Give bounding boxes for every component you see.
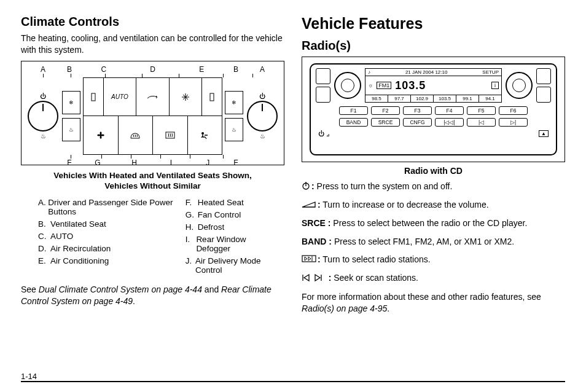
climate-center-stack: AUTO (83, 77, 222, 155)
driver-temp-knob[interactable] (28, 101, 58, 131)
prev-button[interactable]: |◁ (467, 118, 496, 127)
label-f-right: F (226, 159, 246, 167)
label-i: I (153, 159, 190, 167)
heated-seat-icon: ♨ (41, 133, 46, 139)
heated-seat-icon: ♨ (260, 133, 265, 139)
radio-date: 21 JAN 2004 12:10 (405, 69, 448, 75)
left-button-pair (316, 68, 330, 103)
band-indicator: FM1 (377, 82, 391, 89)
setup-label: SETUP (482, 69, 499, 75)
f6-button[interactable]: F6 (499, 106, 528, 115)
radios-heading: Radio(s) (302, 39, 565, 53)
seek-prev-icon (302, 273, 310, 285)
page-number: 1-14 (21, 372, 42, 381)
climate-diagram: A B C D E B A ⏻ (21, 61, 284, 165)
band-button[interactable]: BAND (339, 118, 368, 127)
svg-rect-7 (302, 256, 316, 262)
label-c: C (79, 65, 128, 74)
footer-rule (21, 381, 565, 382)
vehicle-features-heading: Vehicle Features (302, 15, 565, 33)
label-g: G (79, 159, 116, 167)
fan-button[interactable] (84, 116, 118, 154)
radio-diagram: ♪ 21 JAN 2004 12:10 SETUP ☼ FM1 103.5 i … (302, 57, 565, 162)
label-f-left: F (60, 159, 79, 167)
left-seat-col: ❄ ♨ (62, 77, 80, 155)
climate-top-labels: A B C D E B A (26, 65, 279, 74)
climate-legend: A.Driver and Passenger Side Power Button… (21, 198, 284, 278)
power-icon: ⏻ (40, 93, 46, 100)
climate-intro: The heating, cooling, and ventilation ca… (21, 33, 284, 56)
f4-button[interactable]: F4 (435, 106, 464, 115)
feature-srce: SRCE : Press to select between the radio… (302, 218, 565, 230)
info-icon: i (491, 82, 499, 89)
indicator-right (201, 78, 222, 116)
feature-band: BAND : Press to select FM1, FM2, AM, or … (302, 236, 565, 248)
page-footer: 1-14 (21, 371, 565, 382)
radio-button-tl2[interactable] (316, 87, 330, 103)
label-j: J (189, 159, 226, 167)
f1-button[interactable]: F1 (339, 106, 368, 115)
label-h: H (116, 159, 153, 167)
svg-point-4 (201, 132, 204, 135)
label-e: E (177, 65, 226, 74)
radio-left-knob[interactable] (334, 72, 361, 99)
volume-icon (302, 200, 316, 212)
seek-next-icon (314, 273, 322, 285)
climate-heading: Climate Controls (21, 15, 284, 29)
power-volume-icons: ⏻ ◿ (318, 130, 329, 137)
tune-icon (302, 254, 316, 267)
f5-button[interactable]: F5 (467, 106, 496, 115)
right-column: Vehicle Features Radio(s) ♪ 21 JAN 2004 … (302, 15, 565, 359)
radio-display: ♪ 21 JAN 2004 12:10 SETUP ☼ FM1 103.5 i … (365, 68, 502, 103)
climate-see-refs: See Dual Climate Control System on page … (21, 284, 284, 308)
rear-defog-button[interactable] (152, 116, 187, 154)
radio-more-info: For more information about these and oth… (302, 291, 565, 315)
svg-rect-0 (92, 93, 95, 101)
radio-right-knob[interactable] (506, 72, 533, 99)
right-seat-col: ❄ ♨ (225, 77, 243, 155)
f-button-row: F1 F2 F3 F4 F5 F6 (339, 106, 528, 115)
right-button-pair (536, 68, 551, 103)
passenger-temp-knob[interactable] (247, 101, 278, 131)
radio-button-tr1[interactable] (536, 68, 551, 84)
ventilated-seat-right[interactable]: ❄ (225, 91, 243, 114)
climate-panel: ⏻ ♨ ❄ ♨ AUTO (26, 77, 279, 155)
power-icon: ⏻ (259, 93, 265, 100)
heated-seat-left[interactable]: ♨ (62, 118, 80, 141)
radio-button-tr2[interactable] (536, 87, 551, 103)
ac-button[interactable] (169, 78, 202, 116)
mode-button[interactable] (187, 116, 222, 154)
radio-button-tl1[interactable] (316, 68, 330, 84)
driver-knob-col: ⏻ ♨ (26, 77, 60, 155)
eject-icon: ▲ (539, 130, 549, 137)
label-d: D (128, 65, 178, 74)
svg-rect-1 (210, 93, 214, 101)
label-b-left: B (60, 65, 79, 74)
frequency-display: 103.5 (395, 79, 426, 92)
feature-tune: : Turn to select radio stations. (302, 254, 565, 266)
left-column: Climate Controls The heating, cooling, a… (21, 15, 284, 359)
label-b-right: B (226, 65, 246, 74)
ctrl-button-row: BAND SRCE CNFG |◁◁| |◁ ▷| (339, 118, 528, 127)
f3-button[interactable]: F3 (403, 106, 432, 115)
legend-col-right: F.Heated Seat G.Fan Control H.Defrost I.… (186, 198, 272, 278)
label-a-right: A (246, 65, 279, 74)
auto-button[interactable]: AUTO (103, 78, 136, 116)
heated-seat-right[interactable]: ♨ (225, 118, 243, 141)
legend-col-left: A.Driver and Passenger Side Power Button… (38, 198, 174, 278)
recirc-button[interactable] (136, 78, 169, 116)
radio-caption: Radio with CD (302, 166, 565, 176)
feature-volume: : Turn to increase or to decrease the vo… (302, 199, 565, 211)
climate-caption: Vehicles With Heated and Ventilated Seat… (21, 170, 284, 192)
rewind-button[interactable]: |◁◁| (435, 118, 464, 127)
passenger-knob-col: ⏻ ♨ (246, 77, 279, 155)
cnfg-button[interactable]: CNFG (403, 118, 432, 127)
defrost-button[interactable] (118, 116, 153, 154)
next-button[interactable]: ▷| (499, 118, 528, 127)
feature-seek: : Seek or scan stations. (302, 272, 565, 284)
f2-button[interactable]: F2 (371, 106, 400, 115)
ventilated-seat-left[interactable]: ❄ (62, 91, 80, 114)
srce-button[interactable]: SRCE (371, 118, 400, 127)
indicator-left (84, 78, 103, 116)
sun-icon: ☼ (368, 82, 373, 88)
